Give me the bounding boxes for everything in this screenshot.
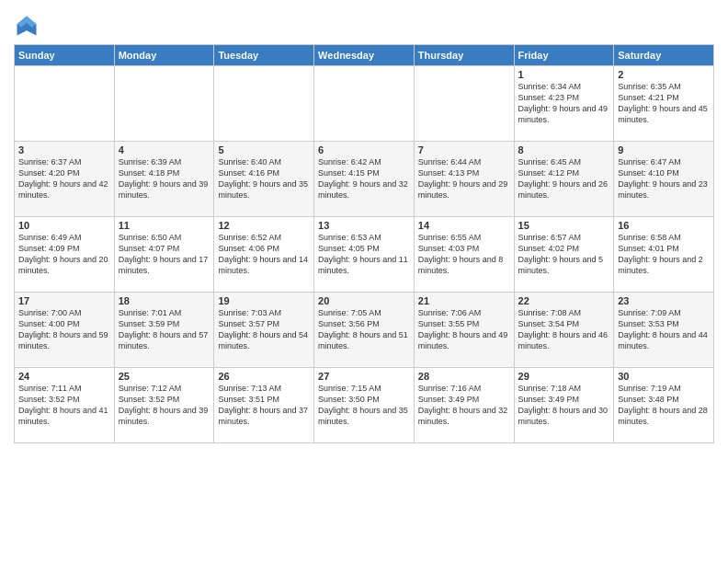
day-info: Sunrise: 6:44 AM Sunset: 4:13 PM Dayligh… bbox=[418, 156, 510, 201]
header-cell-thursday: Thursday bbox=[414, 45, 514, 66]
week-row-4: 17Sunrise: 7:00 AM Sunset: 4:00 PM Dayli… bbox=[15, 293, 714, 368]
day-info: Sunrise: 7:05 AM Sunset: 3:56 PM Dayligh… bbox=[318, 307, 410, 352]
day-info: Sunrise: 7:06 AM Sunset: 3:55 PM Dayligh… bbox=[418, 307, 510, 352]
calendar-cell: 5Sunrise: 6:40 AM Sunset: 4:16 PM Daylig… bbox=[214, 142, 314, 217]
calendar-cell: 20Sunrise: 7:05 AM Sunset: 3:56 PM Dayli… bbox=[314, 293, 415, 368]
day-info: Sunrise: 7:13 AM Sunset: 3:51 PM Dayligh… bbox=[218, 383, 310, 428]
day-number: 12 bbox=[218, 220, 310, 231]
day-number: 30 bbox=[618, 371, 710, 382]
header-cell-friday: Friday bbox=[514, 45, 614, 66]
header-row: SundayMondayTuesdayWednesdayThursdayFrid… bbox=[15, 45, 714, 66]
day-info: Sunrise: 7:03 AM Sunset: 3:57 PM Dayligh… bbox=[218, 307, 310, 352]
day-number: 14 bbox=[418, 220, 510, 231]
logo bbox=[14, 13, 43, 39]
calendar-cell bbox=[15, 66, 115, 142]
day-number: 27 bbox=[318, 371, 410, 382]
day-number: 19 bbox=[218, 295, 310, 306]
week-row-3: 10Sunrise: 6:49 AM Sunset: 4:09 PM Dayli… bbox=[15, 217, 714, 293]
header-cell-tuesday: Tuesday bbox=[214, 45, 314, 66]
calendar-cell: 24Sunrise: 7:11 AM Sunset: 3:52 PM Dayli… bbox=[15, 368, 115, 443]
day-number: 13 bbox=[318, 220, 410, 231]
day-info: Sunrise: 7:00 AM Sunset: 4:00 PM Dayligh… bbox=[18, 307, 110, 352]
day-number: 28 bbox=[418, 371, 510, 382]
day-info: Sunrise: 6:34 AM Sunset: 4:23 PM Dayligh… bbox=[518, 81, 610, 126]
calendar-cell: 18Sunrise: 7:01 AM Sunset: 3:59 PM Dayli… bbox=[114, 293, 214, 368]
day-info: Sunrise: 7:19 AM Sunset: 3:48 PM Dayligh… bbox=[618, 383, 710, 428]
day-number: 4 bbox=[119, 144, 210, 155]
day-number: 16 bbox=[618, 220, 710, 231]
calendar-cell bbox=[414, 66, 514, 142]
day-info: Sunrise: 7:18 AM Sunset: 3:49 PM Dayligh… bbox=[518, 383, 610, 428]
day-info: Sunrise: 6:58 AM Sunset: 4:01 PM Dayligh… bbox=[618, 232, 710, 277]
header-cell-monday: Monday bbox=[114, 45, 214, 66]
day-info: Sunrise: 7:08 AM Sunset: 3:54 PM Dayligh… bbox=[518, 307, 610, 352]
day-info: Sunrise: 7:16 AM Sunset: 3:49 PM Dayligh… bbox=[418, 383, 510, 428]
day-number: 8 bbox=[518, 144, 610, 155]
day-number: 21 bbox=[418, 295, 510, 306]
day-number: 22 bbox=[518, 295, 610, 306]
calendar-header: SundayMondayTuesdayWednesdayThursdayFrid… bbox=[15, 45, 714, 66]
day-info: Sunrise: 6:35 AM Sunset: 4:21 PM Dayligh… bbox=[618, 81, 710, 126]
calendar-cell: 29Sunrise: 7:18 AM Sunset: 3:49 PM Dayli… bbox=[514, 368, 614, 443]
day-number: 5 bbox=[218, 144, 310, 155]
day-number: 20 bbox=[318, 295, 410, 306]
calendar-cell: 28Sunrise: 7:16 AM Sunset: 3:49 PM Dayli… bbox=[414, 368, 514, 443]
calendar-cell bbox=[214, 66, 314, 142]
day-info: Sunrise: 6:42 AM Sunset: 4:15 PM Dayligh… bbox=[318, 156, 410, 201]
week-row-1: 1Sunrise: 6:34 AM Sunset: 4:23 PM Daylig… bbox=[15, 66, 714, 142]
page-container: SundayMondayTuesdayWednesdayThursdayFrid… bbox=[0, 0, 728, 453]
day-number: 1 bbox=[518, 69, 610, 80]
calendar-cell: 21Sunrise: 7:06 AM Sunset: 3:55 PM Dayli… bbox=[414, 293, 514, 368]
calendar-cell: 19Sunrise: 7:03 AM Sunset: 3:57 PM Dayli… bbox=[214, 293, 314, 368]
day-info: Sunrise: 6:55 AM Sunset: 4:03 PM Dayligh… bbox=[418, 232, 510, 277]
day-number: 3 bbox=[18, 144, 110, 155]
day-info: Sunrise: 7:09 AM Sunset: 3:53 PM Dayligh… bbox=[618, 307, 710, 352]
day-number: 7 bbox=[418, 144, 510, 155]
calendar-cell bbox=[314, 66, 415, 142]
calendar-cell: 23Sunrise: 7:09 AM Sunset: 3:53 PM Dayli… bbox=[614, 293, 714, 368]
calendar-cell: 27Sunrise: 7:15 AM Sunset: 3:50 PM Dayli… bbox=[314, 368, 415, 443]
day-number: 10 bbox=[18, 220, 110, 231]
calendar-cell: 12Sunrise: 6:52 AM Sunset: 4:06 PM Dayli… bbox=[214, 217, 314, 293]
day-info: Sunrise: 6:45 AM Sunset: 4:12 PM Dayligh… bbox=[518, 156, 610, 201]
day-info: Sunrise: 7:01 AM Sunset: 3:59 PM Dayligh… bbox=[119, 307, 210, 352]
header-cell-saturday: Saturday bbox=[614, 45, 714, 66]
day-info: Sunrise: 6:39 AM Sunset: 4:18 PM Dayligh… bbox=[119, 156, 210, 201]
day-number: 24 bbox=[18, 371, 110, 382]
calendar-cell: 17Sunrise: 7:00 AM Sunset: 4:00 PM Dayli… bbox=[15, 293, 115, 368]
day-number: 26 bbox=[218, 371, 310, 382]
day-number: 9 bbox=[618, 144, 710, 155]
calendar-cell: 16Sunrise: 6:58 AM Sunset: 4:01 PM Dayli… bbox=[614, 217, 714, 293]
calendar-cell: 14Sunrise: 6:55 AM Sunset: 4:03 PM Dayli… bbox=[414, 217, 514, 293]
calendar-cell: 1Sunrise: 6:34 AM Sunset: 4:23 PM Daylig… bbox=[514, 66, 614, 142]
day-number: 17 bbox=[18, 295, 110, 306]
calendar-cell: 25Sunrise: 7:12 AM Sunset: 3:52 PM Dayli… bbox=[114, 368, 214, 443]
calendar-cell bbox=[114, 66, 214, 142]
calendar-cell: 2Sunrise: 6:35 AM Sunset: 4:21 PM Daylig… bbox=[614, 66, 714, 142]
calendar-cell: 10Sunrise: 6:49 AM Sunset: 4:09 PM Dayli… bbox=[15, 217, 115, 293]
day-info: Sunrise: 6:57 AM Sunset: 4:02 PM Dayligh… bbox=[518, 232, 610, 277]
calendar-cell: 26Sunrise: 7:13 AM Sunset: 3:51 PM Dayli… bbox=[214, 368, 314, 443]
day-number: 23 bbox=[618, 295, 710, 306]
day-number: 2 bbox=[618, 69, 710, 80]
day-number: 18 bbox=[119, 295, 210, 306]
logo-icon bbox=[14, 13, 40, 39]
calendar-cell: 3Sunrise: 6:37 AM Sunset: 4:20 PM Daylig… bbox=[15, 142, 115, 217]
day-info: Sunrise: 7:11 AM Sunset: 3:52 PM Dayligh… bbox=[18, 383, 110, 428]
day-info: Sunrise: 6:50 AM Sunset: 4:07 PM Dayligh… bbox=[119, 232, 210, 277]
day-number: 11 bbox=[119, 220, 210, 231]
calendar-cell: 30Sunrise: 7:19 AM Sunset: 3:48 PM Dayli… bbox=[614, 368, 714, 443]
calendar-cell: 13Sunrise: 6:53 AM Sunset: 4:05 PM Dayli… bbox=[314, 217, 415, 293]
day-info: Sunrise: 6:40 AM Sunset: 4:16 PM Dayligh… bbox=[218, 156, 310, 201]
header-cell-wednesday: Wednesday bbox=[314, 45, 415, 66]
calendar-cell: 6Sunrise: 6:42 AM Sunset: 4:15 PM Daylig… bbox=[314, 142, 415, 217]
header bbox=[14, 9, 714, 39]
calendar-cell: 7Sunrise: 6:44 AM Sunset: 4:13 PM Daylig… bbox=[414, 142, 514, 217]
day-number: 6 bbox=[318, 144, 410, 155]
header-cell-sunday: Sunday bbox=[15, 45, 115, 66]
week-row-2: 3Sunrise: 6:37 AM Sunset: 4:20 PM Daylig… bbox=[15, 142, 714, 217]
calendar-cell: 22Sunrise: 7:08 AM Sunset: 3:54 PM Dayli… bbox=[514, 293, 614, 368]
day-info: Sunrise: 6:52 AM Sunset: 4:06 PM Dayligh… bbox=[218, 232, 310, 277]
day-number: 29 bbox=[518, 371, 610, 382]
day-info: Sunrise: 6:37 AM Sunset: 4:20 PM Dayligh… bbox=[18, 156, 110, 201]
